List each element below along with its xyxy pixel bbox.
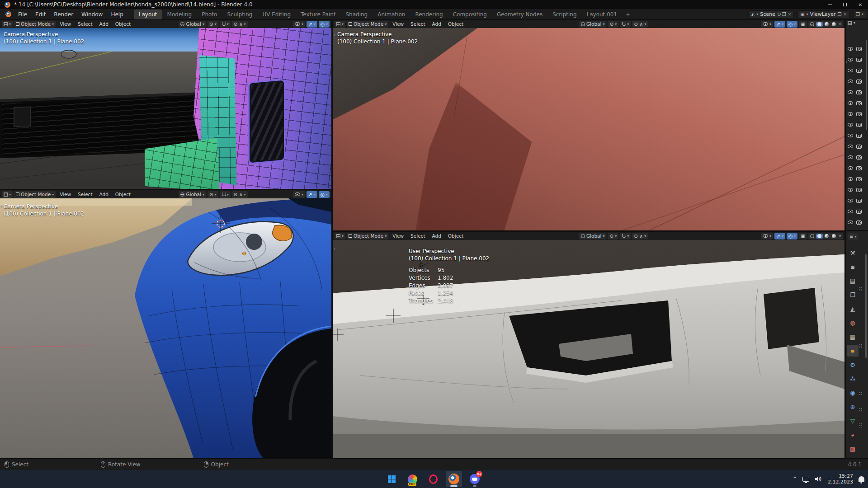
hide-render-camera-icon[interactable] <box>856 177 862 181</box>
panel-drag-handle[interactable] <box>859 343 863 348</box>
shading-solid[interactable] <box>816 234 823 239</box>
collapse-chevron-icon[interactable]: ‹ <box>846 59 847 65</box>
properties-tab-world[interactable]: ◍ <box>847 317 859 328</box>
hide-viewport-eye-icon[interactable] <box>848 145 853 148</box>
select-menu[interactable]: Select <box>408 233 428 239</box>
hide-render-camera-icon[interactable] <box>856 166 862 170</box>
gizmos-toggle[interactable]: ↗▾ <box>307 191 317 198</box>
hide-render-camera-icon[interactable] <box>856 145 862 149</box>
object-menu[interactable]: Object <box>445 233 466 239</box>
editor-type-button[interactable]: ▾ <box>2 21 13 28</box>
hide-viewport-eye-icon[interactable] <box>848 155 853 159</box>
orientation-select[interactable]: Global▾ <box>179 21 206 28</box>
shading-wireframe[interactable] <box>809 234 816 239</box>
hide-viewport-eye-icon[interactable] <box>848 58 853 61</box>
editor-corner-button[interactable]: ❐▾ <box>853 10 866 19</box>
shading-dropdown[interactable]: ▾ <box>838 234 842 239</box>
hide-render-camera-icon[interactable] <box>856 58 862 62</box>
speaker-icon[interactable] <box>815 476 822 482</box>
proportional-editing-toggle[interactable]: ⊙ ∧▾ <box>632 233 648 239</box>
shading-dropdown[interactable]: ▾ <box>838 22 842 27</box>
pin-icon[interactable] <box>777 13 780 16</box>
workspace-tab[interactable]: Texture Paint <box>296 9 340 19</box>
object-menu[interactable]: Object <box>113 192 133 197</box>
hide-render-camera-icon[interactable] <box>856 90 862 94</box>
outliner-editor-icon[interactable] <box>848 21 852 25</box>
properties-tab-collection[interactable]: ▦ <box>847 331 859 343</box>
close-button[interactable]: ✕ <box>853 0 868 9</box>
outliner-panel[interactable]: ▾ ‹ <box>846 20 868 230</box>
tray-chevron-icon[interactable]: ⌃ <box>793 476 797 482</box>
panel-drag-handle[interactable] <box>859 408 863 412</box>
mode-select[interactable]: Object Mode▾ <box>14 21 56 28</box>
hide-render-camera-icon[interactable] <box>856 188 862 192</box>
viewport-top-left[interactable]: ▾ Object Mode▾ View Select Add Object Gl… <box>0 20 331 189</box>
workspace-tab[interactable]: Modeling <box>162 9 197 19</box>
maximize-button[interactable] <box>837 0 853 9</box>
unlink-scene-icon[interactable]: ✕ <box>788 12 792 17</box>
properties-tab-object[interactable]: ■ <box>847 345 859 357</box>
object-menu[interactable]: Object <box>445 21 466 27</box>
opera-gx-app-button[interactable] <box>425 471 441 487</box>
snap-toggle[interactable]: ▾ <box>620 21 631 28</box>
menu-item[interactable]: File <box>14 10 31 19</box>
select-menu[interactable]: Select <box>75 192 95 197</box>
view-menu[interactable]: View <box>57 192 74 197</box>
hide-viewport-eye-icon[interactable] <box>848 210 853 213</box>
shading-solid[interactable] <box>816 22 823 27</box>
mode-select[interactable]: Object Mode▾ <box>347 233 388 239</box>
mode-select[interactable]: Object Mode▾ <box>14 191 56 198</box>
orientation-select[interactable]: Global▾ <box>579 21 607 28</box>
editor-type-button[interactable]: ▾ <box>335 233 345 239</box>
properties-editor-button[interactable]: ≡▾ <box>848 233 858 240</box>
outliner-scrollbar[interactable] <box>866 40 867 130</box>
collapse-chevron-icon[interactable]: › <box>0 203 2 209</box>
pivot-select[interactable]: ⊙▾ <box>208 21 218 28</box>
gizmos-toggle[interactable]: ↗▾ <box>774 21 785 28</box>
panel-drag-handle[interactable] <box>859 423 863 427</box>
new-viewlayer-icon[interactable]: ❐ <box>838 12 842 17</box>
workspace-tab[interactable]: Sculpting <box>222 9 257 19</box>
hide-viewport-eye-icon[interactable] <box>848 199 853 202</box>
hide-viewport-eye-icon[interactable] <box>848 221 853 224</box>
workspace-tab[interactable]: Scripting <box>547 9 581 19</box>
menu-item[interactable]: Help <box>107 10 127 19</box>
hide-render-camera-icon[interactable] <box>856 123 862 127</box>
overlays-toggle[interactable]: ◎▾ <box>787 233 797 239</box>
workspace-tab[interactable]: Animation <box>373 9 410 19</box>
properties-tab-scene[interactable]: ◭ <box>847 303 859 314</box>
hide-render-camera-icon[interactable] <box>856 210 862 214</box>
new-scene-icon[interactable]: ❐ <box>782 12 786 17</box>
proportional-editing-toggle[interactable]: ⊙ ∧▾ <box>232 191 248 198</box>
editor-type-button[interactable]: ▾ <box>2 191 13 198</box>
hide-viewport-eye-icon[interactable] <box>848 112 853 116</box>
hide-render-camera-icon[interactable] <box>856 80 862 84</box>
properties-panel[interactable]: ≡▾ ⚒◙▤❐◭◍▦■⚙⁂◉⊛▽◕▩ <box>846 231 868 458</box>
hide-viewport-eye-icon[interactable] <box>848 47 853 51</box>
overlays-toggle[interactable]: ◎▾ <box>319 21 330 28</box>
copilot-app-button[interactable]: PRE <box>404 471 420 487</box>
shading-material[interactable] <box>823 234 830 239</box>
properties-tab-material[interactable]: ◕ <box>847 429 859 441</box>
collapse-chevron-icon[interactable]: › <box>334 246 335 252</box>
shading-rendered[interactable] <box>830 234 837 239</box>
viewlayer-selector[interactable]: ▣▾ ViewLayer ❐ ✕ <box>797 10 849 19</box>
workspace-tab[interactable]: Shading <box>340 9 373 19</box>
hide-viewport-eye-icon[interactable] <box>848 166 853 170</box>
hide-viewport-eye-icon[interactable] <box>848 101 853 105</box>
workspace-tab[interactable]: Rendering <box>410 9 448 19</box>
properties-tab-constraints[interactable]: ⊛ <box>847 401 859 413</box>
hide-render-camera-icon[interactable] <box>856 155 862 160</box>
hide-render-camera-icon[interactable] <box>856 134 862 138</box>
viewport-top-right[interactable]: ▾ Object Mode▾ View Select Add Object Gl… <box>333 20 844 230</box>
panel-drag-handle[interactable] <box>859 286 863 291</box>
shading-wireframe[interactable] <box>809 22 816 27</box>
taskbar-clock[interactable]: 15:27 2.12.2023 <box>828 473 853 485</box>
select-menu[interactable]: Select <box>75 21 95 27</box>
hide-render-camera-icon[interactable] <box>856 199 862 203</box>
properties-tab-modifiers[interactable]: ⚙ <box>847 359 859 371</box>
properties-tab-texture[interactable]: ▩ <box>847 443 859 455</box>
hide-viewport-eye-icon[interactable] <box>848 177 853 181</box>
overlays-toggle[interactable]: ◎▾ <box>787 21 797 28</box>
editor-type-button[interactable]: ▾ <box>335 21 345 28</box>
